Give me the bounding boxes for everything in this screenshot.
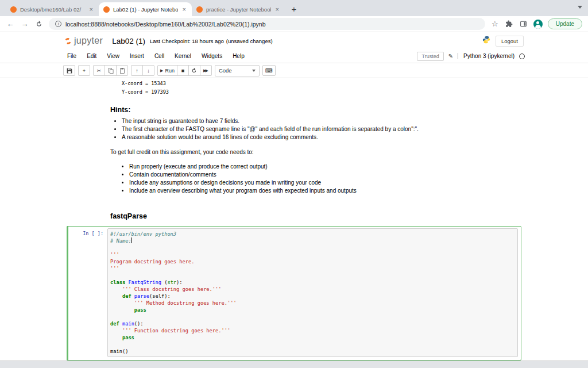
profile-avatar[interactable]	[533, 20, 543, 29]
list-item: Run properly (execute and produce the co…	[129, 163, 521, 171]
list-item: Include any assumptions or design decisi…	[129, 179, 521, 187]
bookmark-star-icon[interactable]: ☆	[490, 20, 500, 28]
chevron-down-icon[interactable]	[578, 6, 582, 9]
unsaved-changes-status: (unsaved changes)	[226, 38, 273, 44]
logout-button[interactable]: Logout	[496, 36, 524, 47]
avatar-person-icon	[536, 21, 539, 24]
menu-view[interactable]: View	[102, 53, 125, 59]
run-button[interactable]: ▶ Run	[157, 65, 177, 76]
jupyter-favicon-icon	[196, 6, 203, 13]
list-item: A reasonable solution would be around 16…	[122, 133, 521, 141]
list-item: The first character of the FASTQ seqname…	[122, 125, 521, 133]
add-cell-button[interactable]: +	[78, 65, 90, 76]
code-line	[110, 272, 515, 279]
url-text: localhost:8888/notebooks/Desktop/bme160/…	[65, 21, 266, 28]
menu-edit[interactable]: Edit	[82, 53, 102, 59]
code-line: '''	[110, 251, 515, 258]
restart-run-all-button[interactable]: ▶▶	[200, 65, 212, 76]
output-line: X-coord = 15343	[122, 79, 521, 88]
paste-cell-button[interactable]	[116, 65, 128, 76]
browser-navbar: ← → i localhost:8888/notebooks/Desktop/b…	[0, 16, 588, 32]
back-button[interactable]: ←	[6, 20, 15, 28]
trusted-badge[interactable]: Trusted	[417, 52, 443, 61]
extensions-icon[interactable]	[505, 20, 514, 28]
restart-kernel-button[interactable]	[188, 65, 200, 76]
address-bar[interactable]: i localhost:8888/notebooks/Desktop/bme16…	[49, 18, 485, 30]
cell-type-select[interactable]: Code	[215, 65, 260, 76]
code-line: main()	[110, 348, 515, 355]
code-line: ''' Function docstring goes here.'''	[110, 327, 515, 334]
save-button[interactable]	[63, 65, 75, 76]
side-panel-icon[interactable]	[519, 20, 528, 28]
page-bottom-edge	[0, 361, 588, 368]
avatar-person-icon	[535, 25, 541, 29]
tab-title: practice - Jupyter Notebook	[206, 6, 271, 13]
tab-jupyter-tree[interactable]: Desktop/bme160/Lab 02/ ×	[6, 2, 99, 16]
code-cell[interactable]: In [ ]: #!/usr/bin/env python3# Name: ''…	[67, 226, 521, 361]
kernel-idle-icon	[519, 53, 525, 59]
save-icon	[67, 68, 72, 74]
credit-list: Run properly (execute and produce the co…	[110, 163, 521, 195]
kernel-name: Python 3 (ipykernel)	[458, 53, 514, 59]
menu-widgets[interactable]: Widgets	[196, 53, 227, 59]
notebook-title[interactable]: Lab02 (1)	[112, 37, 145, 45]
jupyter-favicon-icon	[103, 6, 110, 13]
move-cell-up-button[interactable]: ↑	[131, 65, 143, 76]
code-line: # Name:	[110, 237, 515, 244]
list-item: Contain documentation/comments	[129, 171, 521, 179]
menu-kernel[interactable]: Kernel	[169, 53, 196, 59]
close-icon[interactable]: ×	[88, 6, 94, 13]
cell-prompt: In [ ]:	[67, 228, 107, 357]
output-line: Y-coord = 197393	[122, 88, 521, 97]
hints-heading: Hints:	[110, 106, 521, 114]
browser-window: Desktop/bme160/Lab 02/ × Lab02 (1) - Jup…	[0, 0, 588, 368]
tab-title: Desktop/bme160/Lab 02/	[20, 6, 85, 13]
paste-icon	[119, 68, 125, 74]
command-palette-button[interactable]: ⌨	[262, 65, 276, 76]
interrupt-kernel-button[interactable]: ■	[177, 65, 189, 76]
move-cell-down-button[interactable]: ↓	[142, 65, 154, 76]
forward-button[interactable]: →	[20, 20, 29, 28]
code-line: ''' Method docstring goes here.'''	[110, 300, 515, 306]
code-line: ''' Class docstring goes here.'''	[110, 286, 515, 293]
code-line	[110, 313, 515, 320]
code-line: def main():	[110, 320, 515, 327]
copy-icon	[108, 68, 114, 74]
code-line: #!/usr/bin/env python3	[110, 231, 515, 237]
restart-icon	[191, 68, 197, 74]
tab-practice-notebook[interactable]: practice - Jupyter Notebook ×	[192, 2, 285, 16]
close-icon[interactable]: ×	[274, 6, 280, 13]
list-item: Include an overview describing what your…	[129, 187, 521, 195]
notebook-area: X-coord = 15343 Y-coord = 197393 Hints: …	[0, 78, 588, 361]
menu-cell[interactable]: Cell	[149, 53, 169, 59]
pencil-icon: ✎	[448, 53, 453, 59]
menu-file[interactable]: File	[62, 53, 82, 59]
code-line: class FastqString (str):	[110, 279, 515, 286]
cut-cell-button[interactable]: ✂	[93, 65, 105, 76]
code-editor[interactable]: #!/usr/bin/env python3# Name: '''Program…	[107, 228, 518, 357]
jupyter-logo-text: jupyter	[74, 36, 103, 46]
copy-cell-button[interactable]	[105, 65, 117, 76]
jupyter-planet-icon	[64, 37, 72, 45]
jupyter-logo[interactable]: jupyter	[65, 36, 103, 46]
code-line: def parse(self):	[110, 293, 515, 300]
chrome-update-button[interactable]: Update	[548, 18, 582, 29]
notebook-menubar: File Edit View Insert Cell Kernel Widget…	[0, 49, 588, 63]
site-info-icon[interactable]: i	[55, 21, 61, 27]
notebook-header: jupyter Lab02 (1) Last Checkpoint: 18 ho…	[0, 32, 588, 49]
code-line: pass	[110, 306, 515, 313]
menu-insert[interactable]: Insert	[125, 53, 149, 59]
reload-button[interactable]	[34, 21, 44, 28]
close-icon[interactable]: ×	[181, 6, 187, 13]
new-tab-button[interactable]: +	[288, 3, 300, 14]
tab-strip: Desktop/bme160/Lab 02/ × Lab02 (1) - Jup…	[0, 0, 588, 16]
list-item: The input string is guaranteed to have 7…	[122, 117, 521, 125]
python-logo-icon	[482, 36, 490, 46]
tab-lab02-notebook[interactable]: Lab02 (1) - Jupyter Notebook ×	[99, 2, 192, 16]
section-heading: fastqParse	[110, 212, 521, 220]
run-label: Run	[165, 68, 175, 74]
run-icon: ▶	[160, 68, 163, 73]
cell-output: X-coord = 15343 Y-coord = 197393	[122, 79, 521, 97]
menu-help[interactable]: Help	[227, 53, 250, 59]
code-line	[110, 341, 515, 348]
